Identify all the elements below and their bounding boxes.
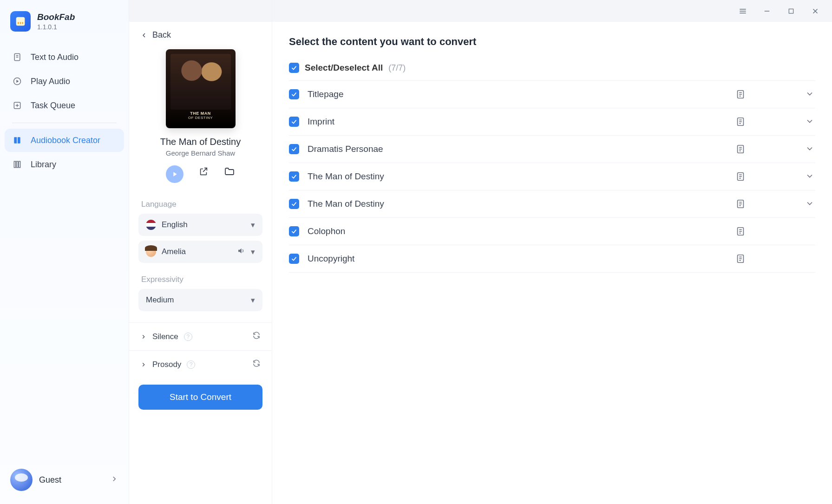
book-cover: THE MANOF DESTINY [166,49,236,128]
help-icon[interactable]: ? [187,360,195,369]
content-label: Imprint [308,117,727,127]
document-icon [12,52,22,62]
expand-button[interactable] [805,199,815,209]
external-link-icon [198,166,209,177]
content-checkbox[interactable] [289,226,299,236]
content-label: Uncopyright [308,254,727,264]
silence-accordion[interactable]: Silence ? [129,322,272,350]
menu-icon [738,7,747,16]
book-icon [12,135,22,145]
content-row: Uncopyright [289,245,815,273]
expressivity-select[interactable]: Medium ▾ [138,289,262,311]
expand-button[interactable] [805,89,815,99]
open-external-button[interactable] [197,165,210,177]
document-icon [735,171,746,182]
content-row: The Man of Destiny [289,190,815,218]
app-name: BookFab [37,12,75,22]
app-version: 1.1.0.1 [37,23,75,31]
play-icon [171,170,178,178]
chevron-down-icon [805,199,814,208]
preview-text-button[interactable] [735,171,746,182]
svg-rect-12 [16,161,18,167]
sidebar-item-audiobook-creator[interactable]: Audiobook Creator [5,129,124,152]
sidebar-item-task-queue[interactable]: Task Queue [5,94,124,117]
select-count: (7/7) [388,63,406,73]
book-title: The Man of Destiny [160,137,241,147]
voice-value: Amelia [162,247,186,256]
content-checkbox[interactable] [289,117,299,127]
document-icon [735,89,746,99]
chevron-right-icon [110,475,118,485]
document-icon [735,144,746,154]
content-label: Dramatis Personae [308,144,727,154]
chevron-right-icon [140,361,147,368]
preview-play-button[interactable] [166,165,183,183]
content-row: Colophon [289,218,815,245]
language-select[interactable]: English ▾ [138,214,262,236]
expressivity-value: Medium [146,295,174,305]
content-row: Dramatis Personae [289,136,815,163]
flag-icon [146,220,156,230]
svg-rect-1 [18,22,19,24]
sidebar-item-text-to-audio[interactable]: Text to Audio [5,46,124,69]
avatar [10,469,33,491]
maximize-button[interactable] [779,0,803,22]
preview-text-button[interactable] [735,254,746,264]
expand-button[interactable] [805,144,815,154]
expand-button[interactable] [805,171,815,182]
content-checkbox[interactable] [289,199,299,209]
back-label: Back [152,30,171,40]
config-panel: Back THE MANOF DESTINY The Man of Destin… [129,0,272,504]
content-checkbox[interactable] [289,89,299,99]
content-checkbox[interactable] [289,254,299,264]
select-all-label: Select/Deselect All [305,63,383,73]
user-name: Guest [39,475,104,485]
sidebar-item-play-audio[interactable]: Play Audio [5,70,124,93]
prosody-accordion[interactable]: Prosody ? [129,350,272,378]
language-section-label: Language [129,188,272,214]
sidebar-item-label: Library [31,160,56,170]
refresh-button[interactable] [252,331,261,342]
refresh-icon [252,331,261,340]
close-button[interactable] [803,0,827,22]
preview-text-button[interactable] [735,199,746,209]
hamburger-menu-button[interactable] [731,0,755,22]
chevron-down-icon [805,89,814,98]
chevron-down-icon [805,144,814,153]
content-row: Titlepage [289,81,815,108]
preview-text-button[interactable] [735,117,746,127]
content-checkbox[interactable] [289,144,299,154]
minimize-icon [763,7,771,15]
svg-rect-13 [19,161,20,167]
select-all-checkbox[interactable] [289,63,299,73]
sidebar-item-label: Text to Audio [31,52,79,62]
start-convert-button[interactable]: Start to Convert [138,385,262,410]
help-icon[interactable]: ? [184,333,192,341]
play-circle-icon [12,76,22,86]
chevron-right-icon [140,334,147,340]
preview-text-button[interactable] [735,89,746,99]
caret-down-icon: ▾ [251,247,255,257]
voice-select[interactable]: Amelia ▾ [138,241,262,263]
sidebar-item-label: Task Queue [31,101,75,111]
open-folder-button[interactable] [223,165,236,177]
back-button[interactable]: Back [129,22,272,43]
content-checkbox[interactable] [289,171,299,182]
sidebar-item-library[interactable]: Library [5,153,124,176]
preview-text-button[interactable] [735,144,746,154]
document-icon [735,117,746,127]
app-logo-icon [10,11,31,32]
content-label: Colophon [308,226,727,236]
expand-button[interactable] [805,117,815,127]
sidebar-item-label: Play Audio [31,77,70,86]
minimize-button[interactable] [755,0,779,22]
preview-text-button[interactable] [735,226,746,236]
refresh-button[interactable] [252,359,261,370]
user-account-row[interactable]: Guest [0,460,129,504]
app-logo: BookFab 1.1.0.1 [0,0,129,46]
sound-icon[interactable] [237,247,245,257]
document-icon [735,254,746,264]
sidebar-item-label: Audiobook Creator [31,136,100,145]
library-icon [12,159,22,170]
sidebar: BookFab 1.1.0.1 Text to Audio Play Audio… [0,0,129,504]
